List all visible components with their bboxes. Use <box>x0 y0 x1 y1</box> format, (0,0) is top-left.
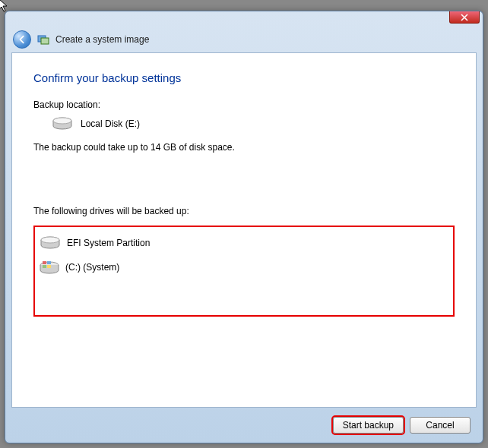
svg-rect-10 <box>47 265 51 268</box>
backup-location-row: Local Disk (E:) <box>33 116 455 131</box>
back-button[interactable] <box>13 30 31 49</box>
hard-drive-icon <box>40 235 61 251</box>
header-bar: Create a system image <box>5 27 483 52</box>
start-backup-button[interactable]: Start backup <box>333 417 404 434</box>
drives-list-highlight: EFI System Partition (C:) (System) <box>33 226 455 317</box>
window-title: Create a system image <box>55 34 149 45</box>
svg-point-5 <box>41 237 59 243</box>
system-image-icon <box>37 33 49 46</box>
drive-row: (C:) (System) <box>40 257 448 277</box>
windows-drive-icon <box>40 260 59 275</box>
svg-rect-7 <box>43 261 46 264</box>
drive-name: (C:) (System) <box>65 262 119 273</box>
drives-list-label: The following drives will be backed up: <box>33 206 455 216</box>
backup-location-label: Backup location: <box>33 99 455 110</box>
hard-drive-icon <box>52 116 73 131</box>
page-heading: Confirm your backup settings <box>33 71 455 84</box>
drive-name: EFI System Partition <box>67 238 150 248</box>
drive-row: EFI System Partition <box>40 233 448 253</box>
close-button[interactable] <box>449 11 480 24</box>
backup-location-value: Local Disk (E:) <box>81 118 140 129</box>
cancel-button[interactable]: Cancel <box>410 417 471 434</box>
svg-rect-8 <box>47 261 51 264</box>
svg-point-3 <box>53 118 71 124</box>
button-bar: Start backup Cancel <box>5 408 483 443</box>
svg-rect-1 <box>41 38 49 44</box>
svg-rect-9 <box>43 265 46 268</box>
dialog-window: Create a system image Confirm your backu… <box>5 11 483 443</box>
title-bar <box>5 11 483 27</box>
size-estimate-text: The backup could take up to 14 GB of dis… <box>33 142 455 153</box>
content-area: Confirm your backup settings Backup loca… <box>11 52 477 408</box>
